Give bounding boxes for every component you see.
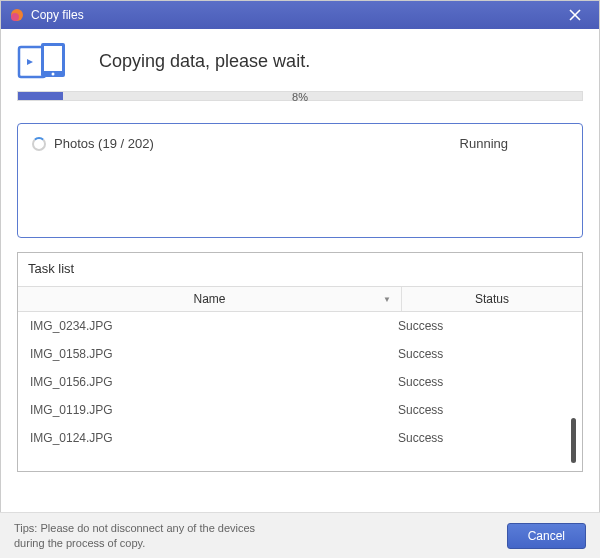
table-row: IMG_0156.JPG Success [18, 368, 582, 396]
svg-point-1 [11, 13, 19, 21]
row-status: Success [394, 375, 574, 389]
row-name: IMG_0156.JPG [26, 375, 394, 389]
row-status: Success [394, 347, 574, 361]
current-task-label: Photos (19 / 202) [54, 136, 460, 151]
scrollbar-thumb[interactable] [571, 418, 576, 463]
footer-bar: Tips: Please do not disconnect any of th… [0, 512, 600, 558]
current-task-state: Running [460, 136, 508, 151]
app-icon [9, 7, 25, 23]
table-row: IMG_0119.JPG Success [18, 396, 582, 424]
row-status: Success [394, 319, 574, 333]
table-row: IMG_0124.JPG Success [18, 424, 582, 452]
tips-text: Tips: Please do not disconnect any of th… [14, 521, 507, 551]
header-row: Copying data, please wait. [17, 41, 583, 81]
row-name: IMG_0158.JPG [26, 347, 394, 361]
current-task-box: Photos (19 / 202) Running [17, 123, 583, 238]
task-list-title: Task list [18, 253, 582, 286]
column-header-name[interactable]: Name ▼ [18, 287, 402, 311]
tips-line1: Tips: Please do not disconnect any of th… [14, 522, 255, 534]
task-list-body: IMG_0234.JPG Success IMG_0158.JPG Succes… [18, 312, 582, 471]
row-name: IMG_0124.JPG [26, 431, 394, 445]
cancel-button[interactable]: Cancel [507, 523, 586, 549]
content-area: Copying data, please wait. 8% Photos (19… [1, 29, 599, 472]
window-title: Copy files [31, 8, 559, 22]
sort-indicator-icon: ▼ [383, 295, 391, 304]
svg-marker-5 [27, 59, 33, 65]
task-list-box: Task list Name ▼ Status IMG_0234.JPG Suc… [17, 252, 583, 472]
heading-text: Copying data, please wait. [99, 51, 310, 72]
row-status: Success [394, 431, 574, 445]
table-row: IMG_0158.JPG Success [18, 340, 582, 368]
spinner-icon [32, 137, 46, 151]
tips-line2: during the process of copy. [14, 537, 145, 549]
row-status: Success [394, 403, 574, 417]
svg-point-8 [52, 73, 55, 76]
close-button[interactable] [559, 1, 591, 29]
svg-rect-7 [44, 46, 62, 71]
table-row: IMG_0234.JPG Success [18, 312, 582, 340]
progress-percent-label: 8% [17, 91, 583, 103]
row-name: IMG_0119.JPG [26, 403, 394, 417]
column-status-label: Status [475, 292, 509, 306]
column-name-label: Name [193, 292, 225, 306]
titlebar[interactable]: Copy files [1, 1, 599, 29]
current-task-row: Photos (19 / 202) Running [32, 136, 568, 151]
column-header-status[interactable]: Status [402, 287, 582, 311]
device-transfer-icon [17, 41, 69, 81]
task-list-header: Name ▼ Status [18, 286, 582, 312]
row-name: IMG_0234.JPG [26, 319, 394, 333]
